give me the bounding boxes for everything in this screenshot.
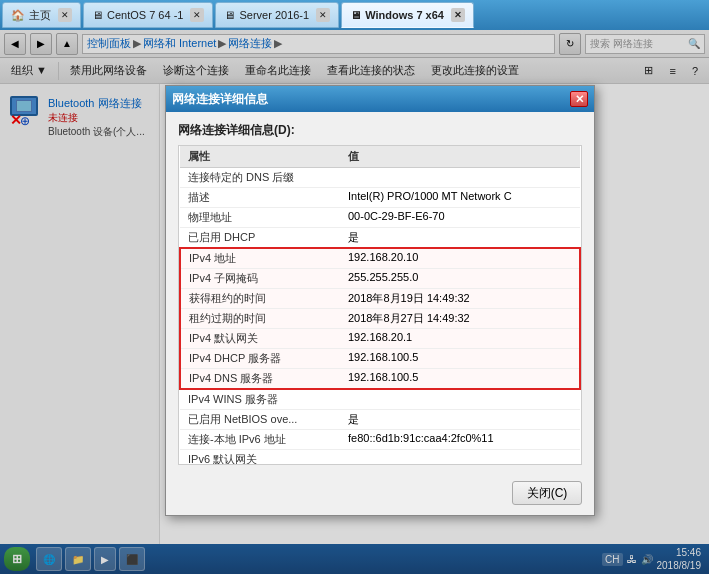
dialog-title: 网络连接详细信息 bbox=[172, 91, 570, 108]
main-area: ◀ ▶ ▲ 控制面板 ▶ 网络和 Internet ▶ 网络连接 ▶ ↻ 搜索 … bbox=[0, 30, 709, 574]
col-header-value: 值 bbox=[340, 146, 580, 168]
tab-centos[interactable]: 🖥 CentOS 7 64 -1 ✕ bbox=[83, 2, 213, 28]
table-row: IPv4 DNS 服务器192.168.100.5 bbox=[180, 369, 580, 390]
server-icon: 🖥 bbox=[224, 9, 235, 21]
tab-home-close[interactable]: ✕ bbox=[58, 8, 72, 22]
dialog-close-btn[interactable]: 关闭(C) bbox=[512, 481, 582, 505]
table-row: 物理地址00-0C-29-BF-E6-70 bbox=[180, 208, 580, 228]
dialog-titlebar: 网络连接详细信息 ✕ bbox=[166, 86, 594, 112]
dialog-footer: 关闭(C) bbox=[166, 475, 594, 515]
centos-icon: 🖥 bbox=[92, 9, 103, 21]
table-row: IPv6 默认网关 bbox=[180, 450, 580, 466]
tab-server2016-label: Server 2016-1 bbox=[239, 9, 309, 21]
dialog-close-button[interactable]: ✕ bbox=[570, 91, 588, 107]
tab-home[interactable]: 🏠 主页 ✕ bbox=[2, 2, 81, 28]
tab-win7-label: Windows 7 x64 bbox=[365, 9, 444, 21]
win7-icon: 🖥 bbox=[350, 9, 361, 21]
table-row: IPv4 WINS 服务器 bbox=[180, 389, 580, 410]
table-row: 已启用 NetBIOS ove...是 bbox=[180, 410, 580, 430]
tab-home-label: 主页 bbox=[29, 8, 51, 23]
info-table-container[interactable]: 属性 值 连接特定的 DNS 后缀描述Intel(R) PRO/1000 MT … bbox=[178, 145, 582, 465]
table-row: IPv4 子网掩码255.255.255.0 bbox=[180, 269, 580, 289]
table-row: 获得租约的时间2018年8月19日 14:49:32 bbox=[180, 289, 580, 309]
tab-win7-close[interactable]: ✕ bbox=[451, 8, 465, 22]
top-tabbar: 🏠 主页 ✕ 🖥 CentOS 7 64 -1 ✕ 🖥 Server 2016-… bbox=[0, 0, 709, 30]
table-row: 租约过期的时间2018年8月27日 14:49:32 bbox=[180, 309, 580, 329]
table-row: 已启用 DHCP是 bbox=[180, 228, 580, 249]
tab-centos-label: CentOS 7 64 -1 bbox=[107, 9, 183, 21]
home-icon: 🏠 bbox=[11, 9, 25, 22]
dialog-section-title: 网络连接详细信息(D): bbox=[178, 122, 582, 139]
tab-centos-close[interactable]: ✕ bbox=[190, 8, 204, 22]
table-row: IPv4 DHCP 服务器192.168.100.5 bbox=[180, 349, 580, 369]
dialog-overlay: 网络连接详细信息 ✕ 网络连接详细信息(D): 属性 值 bbox=[0, 30, 709, 574]
network-detail-dialog: 网络连接详细信息 ✕ 网络连接详细信息(D): 属性 值 bbox=[165, 85, 595, 516]
table-row: IPv4 默认网关192.168.20.1 bbox=[180, 329, 580, 349]
tab-server2016[interactable]: 🖥 Server 2016-1 ✕ bbox=[215, 2, 339, 28]
info-table: 属性 值 连接特定的 DNS 后缀描述Intel(R) PRO/1000 MT … bbox=[179, 146, 581, 465]
dialog-body: 网络连接详细信息(D): 属性 值 连接特定的 DNS 后缀描述Intel(R)… bbox=[166, 112, 594, 475]
table-row: 连接特定的 DNS 后缀 bbox=[180, 168, 580, 188]
col-header-property: 属性 bbox=[180, 146, 340, 168]
tab-server2016-close[interactable]: ✕ bbox=[316, 8, 330, 22]
tab-win7[interactable]: 🖥 Windows 7 x64 ✕ bbox=[341, 2, 474, 28]
table-row: 连接-本地 IPv6 地址fe80::6d1b:91c:caa4:2fc0%11 bbox=[180, 430, 580, 450]
table-row: IPv4 地址192.168.20.10 bbox=[180, 248, 580, 269]
table-row: 描述Intel(R) PRO/1000 MT Network C bbox=[180, 188, 580, 208]
